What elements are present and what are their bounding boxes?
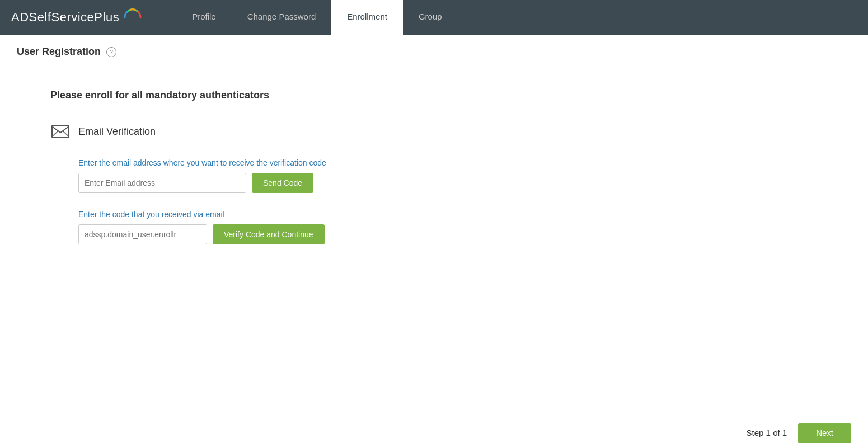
- code-input-row: Verify Code and Continue: [78, 224, 818, 244]
- email-verification-header: Email Verification: [50, 121, 818, 142]
- envelope-icon: [51, 125, 69, 138]
- nav-item-group[interactable]: Group: [403, 0, 458, 35]
- email-form-group: Enter the email address where you want t…: [78, 158, 818, 193]
- app-name-text: ADSelfService: [11, 10, 94, 24]
- verify-code-button[interactable]: Verify Code and Continue: [213, 224, 325, 244]
- nav-item-profile[interactable]: Profile: [176, 0, 232, 35]
- svg-rect-0: [52, 125, 69, 138]
- code-input[interactable]: [78, 224, 207, 244]
- email-input-row: Send Code: [78, 173, 818, 193]
- step-indicator: Step 1 of 1: [747, 428, 787, 437]
- code-form-group: Enter the code that you received via ema…: [78, 210, 818, 244]
- app-name: ADSelfServicePlus: [11, 10, 119, 25]
- nav-item-change-password[interactable]: Change Password: [232, 0, 332, 35]
- page-header: User Registration ?: [17, 46, 851, 58]
- section-title: Please enroll for all mandatory authenti…: [50, 90, 818, 101]
- logo: ADSelfServicePlus: [11, 7, 143, 27]
- email-label: Enter the email address where you want t…: [78, 158, 818, 167]
- help-icon[interactable]: ?: [106, 47, 116, 57]
- footer: Step 1 of 1 Next: [0, 418, 868, 447]
- next-button[interactable]: Next: [798, 423, 851, 443]
- auth-section: Email Verification Enter the email addre…: [50, 121, 818, 244]
- email-icon: [50, 121, 71, 142]
- main-nav: Profile Change Password Enrollment Group: [176, 0, 458, 35]
- send-code-button[interactable]: Send Code: [252, 173, 313, 193]
- page-title: User Registration: [17, 46, 101, 58]
- app-name-plus: Plus: [94, 10, 119, 24]
- code-label: Enter the code that you received via ema…: [78, 210, 818, 219]
- email-verification-title: Email Verification: [78, 126, 156, 138]
- logo-arc-icon: [123, 7, 143, 27]
- header: ADSelfServicePlus Profile Change Passwor…: [0, 0, 868, 35]
- nav-item-enrollment[interactable]: Enrollment: [331, 0, 403, 35]
- page-content: User Registration ? Please enroll for al…: [0, 35, 868, 418]
- main-content: Please enroll for all mandatory authenti…: [17, 67, 851, 267]
- email-input[interactable]: [78, 173, 246, 193]
